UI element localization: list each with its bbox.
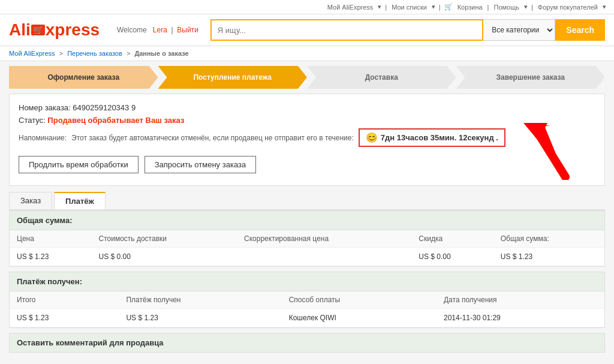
payment-summary-section: Общая сумма: Цена Стоимость доставки Ско… xyxy=(9,210,605,267)
cart-icon: 🛒 xyxy=(444,3,453,11)
comment-section: Оставить комментарий для продавца xyxy=(9,333,605,353)
col-date-received: Дата получения xyxy=(437,291,604,309)
comment-header: Оставить комментарий для продавца xyxy=(10,333,604,352)
welcome-label: Welcome xyxy=(117,26,147,34)
breadcrumb: Мой AliExpress > Перечень заказов > Данн… xyxy=(0,46,614,61)
logo: Ali 🛒 xpress xyxy=(9,20,105,40)
col-discount: Скидка xyxy=(411,230,493,248)
received-payment-header: Платёж получен: xyxy=(10,272,604,291)
breadcrumb-current: Данные о заказе xyxy=(134,50,188,57)
order-status-label: Статус: xyxy=(19,116,46,125)
progress-step-3: Доставка xyxy=(307,66,456,89)
cart-logo-icon: 🛒 xyxy=(31,25,45,35)
payment-summary-table: Цена Стоимость доставки Скорректированна… xyxy=(10,230,604,266)
table-row: US $ 1.23US $ 1.23Кошелек QIWI2014-11-30… xyxy=(10,309,604,327)
search-input[interactable] xyxy=(210,19,483,41)
order-number-row: Номер заказа: 6490259120343 9 xyxy=(19,103,595,112)
logout-link[interactable]: Выйти xyxy=(177,26,198,34)
welcome-area: Welcome Lera | Выйти xyxy=(117,26,198,34)
search-button[interactable]: Search xyxy=(555,19,605,41)
payment-summary-body: US $ 1.23US $ 0.00US $ 0.00US $ 1.23 xyxy=(10,248,604,266)
cart-link[interactable]: Корзина xyxy=(458,4,483,11)
username-link[interactable]: Lera xyxy=(153,26,167,34)
timer-box: 😊 7дн 13часов 35мин. 12секунд . xyxy=(359,128,505,147)
timer-icon: 😊 xyxy=(366,132,378,143)
progress-step-1: Оформление заказа xyxy=(9,66,158,89)
forum-link[interactable]: Форум покупателей xyxy=(538,4,598,11)
col-adjusted-price: Скорректированная цена xyxy=(237,230,411,248)
order-status-row: Статус: Продавец обрабатывает Ваш заказ xyxy=(19,116,595,125)
col-payment-method: Способ оплаты xyxy=(282,291,437,309)
help-link[interactable]: Помощь xyxy=(493,4,519,11)
order-info: Номер заказа: 6490259120343 9 Статус: Пр… xyxy=(19,103,595,147)
tabs-area: Заказ Платёж xyxy=(9,192,605,210)
order-info-box: Номер заказа: 6490259120343 9 Статус: Пр… xyxy=(9,94,605,186)
reminder-text: Этот заказ будет автоматически отменён, … xyxy=(71,134,354,142)
top-navigation: Мой AliExpress ▾ | Мои списки ▾ | 🛒 Корз… xyxy=(0,0,614,14)
order-number-value: 6490259120343 9 xyxy=(73,103,136,112)
category-select[interactable]: Все категории xyxy=(483,19,555,41)
my-aliexpress-link[interactable]: Мой AliExpress xyxy=(327,4,374,11)
search-area: Все категории Search xyxy=(210,19,605,41)
progress-bar: Оформление заказа Поступление платежа До… xyxy=(9,66,605,89)
order-status-value: Продавец обрабатывает Ваш заказ xyxy=(47,116,184,125)
progress-step-2: Поступление платежа xyxy=(158,66,308,89)
col-total: Общая сумма: xyxy=(493,230,604,248)
received-payment-table: Итого Платёж получен Способ оплаты Дата … xyxy=(10,291,604,327)
col-payment-received: Платёж получен xyxy=(119,291,281,309)
my-lists-link[interactable]: Мои списки xyxy=(392,4,427,11)
progress-step-4: Завершение заказа xyxy=(456,66,606,89)
breadcrumb-home[interactable]: Мой AliExpress xyxy=(9,50,55,57)
table-row: US $ 1.23US $ 0.00US $ 0.00US $ 1.23 xyxy=(10,248,604,266)
breadcrumb-orders[interactable]: Перечень заказов xyxy=(67,50,122,57)
reminder-label: Напоминание: xyxy=(19,134,67,142)
tab-order[interactable]: Заказ xyxy=(9,192,52,209)
site-header: Ali 🛒 xpress Welcome Lera | Выйти Все ка… xyxy=(0,14,614,46)
order-number-label: Номер заказа: xyxy=(19,103,71,112)
col-price: Цена xyxy=(10,230,92,248)
received-payment-section: Платёж получен: Итого Платёж получен Спо… xyxy=(9,272,605,328)
tabs: Заказ Платёж xyxy=(9,192,605,210)
received-body: US $ 1.23US $ 1.23Кошелек QIWI2014-11-30… xyxy=(10,309,604,327)
tab-payment[interactable]: Платёж xyxy=(54,192,106,209)
col-delivery-cost: Стоимость доставки xyxy=(92,230,237,248)
order-buttons: Продлить время обработки Запросить отмен… xyxy=(19,156,595,173)
extend-button[interactable]: Продлить время обработки xyxy=(19,156,139,173)
received-header-row: Итого Платёж получен Способ оплаты Дата … xyxy=(10,291,604,309)
col-total-received: Итого xyxy=(10,291,119,309)
timer-value: 7дн 13часов 35мин. 12секунд . xyxy=(381,133,498,142)
payment-summary-header-row: Цена Стоимость доставки Скорректированна… xyxy=(10,230,604,248)
order-reminder-row: Напоминание: Этот заказ будет автоматиче… xyxy=(19,128,595,147)
payment-summary-header: Общая сумма: xyxy=(10,211,604,230)
cancel-button[interactable]: Запросить отмену заказа xyxy=(145,156,256,173)
